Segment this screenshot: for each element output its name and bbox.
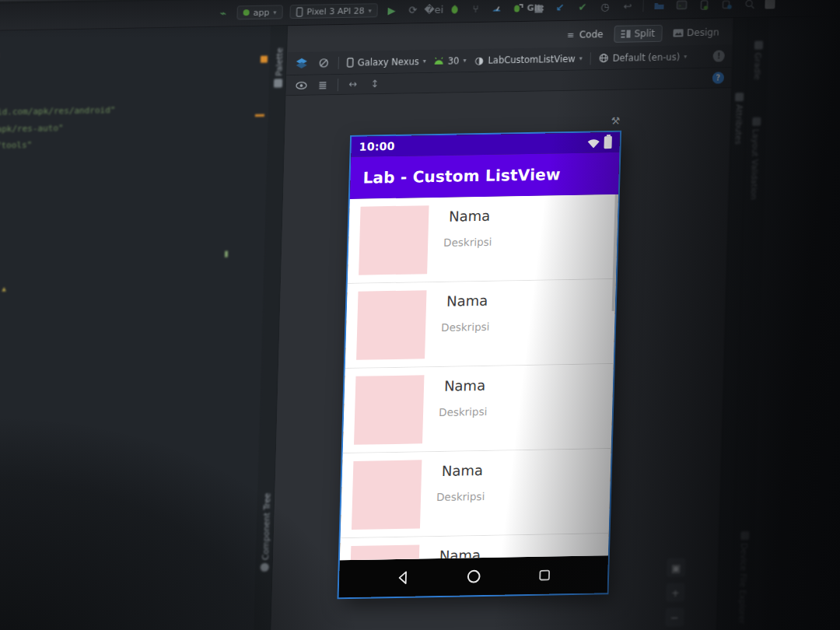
phone-preview[interactable]: 10:00 Lab - Custom ListView Nama Deskrip…	[339, 132, 620, 597]
item-description: Deskripsi	[436, 490, 485, 503]
stretch-ide-icon[interactable]	[765, 0, 775, 9]
code-line: com/tools"	[0, 140, 32, 151]
list-item[interactable]: Nama Deskripsi	[343, 364, 614, 453]
render-issues-badge[interactable]: !	[712, 50, 724, 61]
chevron-down-icon: ▾	[423, 58, 426, 65]
palette-tab[interactable]: Palette	[270, 47, 287, 88]
item-description: Deskripsi	[439, 405, 488, 418]
code-line: om/apk/res-auto"	[0, 123, 64, 135]
code-mode-icon: ≡	[566, 28, 576, 42]
disable-tools-icon[interactable]	[317, 56, 331, 70]
globe-icon	[598, 53, 608, 63]
gradle-label: Gradle	[753, 53, 763, 80]
chevron-down-icon: ▾	[463, 57, 466, 64]
git-commit-icon[interactable]: ✔	[576, 0, 590, 14]
debug-icon[interactable]	[447, 2, 462, 16]
sdk-manager-icon[interactable]	[720, 0, 735, 12]
component-tree-tab[interactable]: Component Tree	[257, 493, 275, 572]
theme-selector-label: LabCustomListView	[488, 53, 576, 65]
zoom-fit-button[interactable]: ▣	[667, 558, 686, 576]
terminal-icon[interactable]: >_	[675, 0, 690, 12]
list-item[interactable]: Nama Deskripsi	[348, 194, 618, 284]
tab-split-label: Split	[634, 28, 655, 39]
item-description: Deskripsi	[443, 236, 492, 249]
target-device-label: Pixel 3 API 28	[306, 5, 365, 16]
density-icon[interactable]: ≣	[316, 78, 331, 92]
history-icon[interactable]: ◷	[598, 0, 613, 13]
tool-window-gradle[interactable]: Gradle	[747, 40, 768, 79]
tab-code[interactable]: ≡ Code	[559, 25, 609, 44]
tab-design[interactable]: Design	[667, 24, 726, 40]
item-thumbnail	[356, 290, 426, 360]
split-mode-icon	[621, 30, 630, 38]
item-name: Nama	[442, 462, 484, 479]
item-name: Nama	[449, 208, 491, 225]
apply-changes-icon[interactable]: ⟳	[405, 2, 420, 16]
scrollbar-warning-marker[interactable]	[255, 114, 264, 117]
attach-debugger-icon[interactable]: ⑂	[468, 2, 483, 16]
wifi-icon	[587, 138, 600, 148]
device-file-explorer-label: Device File Explorer	[737, 543, 749, 624]
layout-validation-icon	[752, 117, 761, 126]
target-device-dropdown[interactable]: Pixel 3 API 28 ▾	[289, 3, 378, 19]
list-item[interactable]: Nama Deskripsi	[345, 279, 616, 369]
device-manager-icon[interactable]	[698, 0, 712, 12]
code-editor[interactable]: " droid.com/apk/res/android" om/apk/res-…	[0, 26, 272, 630]
theme-selector[interactable]: ◑ LabCustomListView ▾	[474, 51, 583, 67]
tab-split[interactable]: Split	[614, 25, 662, 43]
tab-design-label: Design	[687, 27, 719, 39]
orientation-horizontal-icon[interactable]: ↔	[346, 77, 361, 91]
caret-marker	[225, 251, 228, 257]
zoom-controls: ▣ + −	[665, 558, 685, 626]
project-folder-icon[interactable]	[653, 0, 667, 12]
search-everywhere-icon[interactable]	[743, 0, 758, 11]
theme-icon: ◑	[474, 53, 485, 67]
orientation-vertical-icon[interactable]: ↕	[368, 77, 383, 91]
design-surface[interactable]: ⚒ 10:00 Lab - Custom ListView Nama Deskr…	[270, 88, 731, 630]
locale-selector[interactable]: Default (en-us) ▾	[598, 51, 687, 64]
help-badge[interactable]: ?	[712, 72, 724, 83]
scrollbar-error-marker[interactable]	[261, 56, 268, 63]
listview[interactable]: Nama Deskripsi Nama Deskripsi Nama Deskr…	[340, 194, 618, 560]
zoom-out-button[interactable]: −	[665, 607, 684, 626]
device-file-explorer-icon	[740, 531, 749, 540]
tool-window-layout-validation[interactable]: Layout Validation	[744, 117, 767, 200]
run-icon[interactable]: ▶	[384, 3, 399, 17]
attributes-label: Attributes	[733, 104, 744, 145]
layout-validation-label: Layout Validation	[750, 129, 761, 200]
chevron-down-icon: ▾	[684, 53, 687, 60]
design-mode-icon	[673, 29, 683, 37]
toolbar-separator	[338, 79, 338, 91]
zoom-in-button[interactable]: +	[666, 583, 685, 601]
screenshot-canvas: ⌁ app ▾ Pixel 3 API 28 ▾ ▶ ⟳ �ei ⑂	[0, 0, 840, 630]
tool-window-device-file-explorer[interactable]: Device File Explorer	[732, 531, 754, 624]
item-thumbnail	[349, 544, 419, 560]
back-icon	[394, 569, 412, 586]
run-configuration-dropdown[interactable]: app ▾	[236, 5, 282, 19]
wrench-icon: ⚒	[608, 114, 623, 128]
view-options-icon[interactable]	[294, 78, 309, 92]
device-selector[interactable]: Galaxy Nexus ▾	[347, 56, 426, 68]
item-thumbnail	[352, 460, 422, 530]
code-line: droid.com/apk/res/android"	[0, 105, 116, 117]
app-bar: Lab - Custom ListView	[350, 152, 619, 199]
list-item[interactable]: Nama Deskripsi	[341, 449, 611, 538]
editor-mode-tabs: ≡ Code Split Design	[559, 23, 725, 44]
attach-profiler-icon[interactable]	[510, 1, 525, 15]
git-update-icon[interactable]: ↙	[553, 0, 568, 14]
run-configuration-label: app	[253, 7, 269, 17]
gradle-sync-icon[interactable]: ⌁	[215, 6, 230, 20]
locale-selector-label: Default (en-us)	[612, 51, 680, 64]
rollback-icon[interactable]: ↩	[621, 0, 635, 13]
git-label: Git:	[527, 2, 544, 12]
profiler-icon[interactable]	[489, 1, 504, 15]
api-selector-label: 30	[448, 55, 460, 66]
module-icon	[243, 9, 250, 16]
item-thumbnail	[359, 205, 429, 275]
api-selector[interactable]: 30 ▾	[434, 55, 467, 67]
chevron-down-icon: ▾	[273, 9, 276, 16]
design-surface-icon[interactable]	[295, 56, 310, 70]
apply-code-changes-icon[interactable]: �ei	[426, 2, 441, 16]
android-icon	[434, 58, 444, 65]
toolbar-separator	[643, 0, 644, 12]
